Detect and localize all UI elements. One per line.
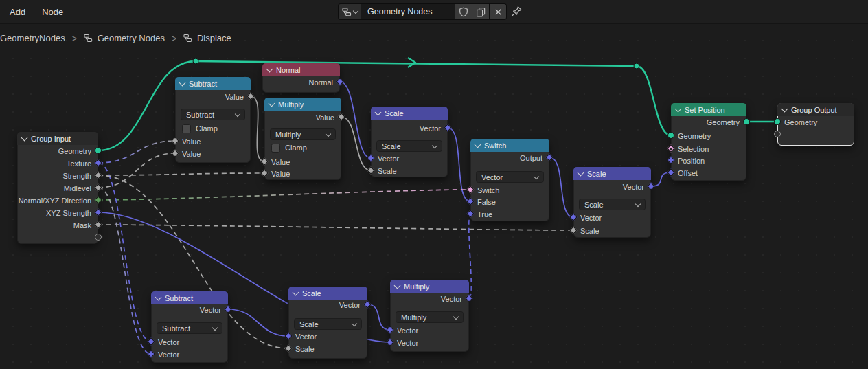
socket-label-row: Geometry <box>18 145 98 157</box>
node-header[interactable]: Scale <box>573 167 651 180</box>
node-title: Scale <box>587 170 606 178</box>
collapse-chevron-icon[interactable] <box>269 100 275 107</box>
node-multiply-math[interactable]: MultiplyValueMultiplyClampValueValue <box>264 98 341 180</box>
collapse-chevron-icon[interactable] <box>578 169 584 176</box>
socket-label: Vector <box>339 301 361 309</box>
dropdown-value: Subtract <box>162 324 190 333</box>
node-normal[interactable]: NormalNormal <box>262 63 340 93</box>
socket-set-position-geometry[interactable] <box>743 118 750 125</box>
node-subtract-vec[interactable]: SubtractVectorSubtractVectorVector <box>151 291 228 363</box>
enum-dropdown-multiply-math[interactable]: Multiply <box>270 128 336 140</box>
socket-group-input-virtual[interactable] <box>95 234 102 241</box>
chevron-down-icon <box>534 173 539 179</box>
enum-dropdown-scale-3[interactable]: Scale <box>294 318 362 330</box>
socket-label: Mask <box>73 221 91 230</box>
enum-dropdown-subtract-math[interactable]: Subtract <box>181 109 245 120</box>
unlink-button[interactable] <box>490 3 507 20</box>
node-title: Multiply <box>404 282 429 291</box>
shield-icon <box>459 7 468 17</box>
node-set-position[interactable]: Set PositionGeometryGeometrySelectionPos… <box>671 103 746 181</box>
reroute-node[interactable] <box>634 63 639 69</box>
node-scale-1[interactable]: ScaleVectorScaleVectorScale <box>371 107 448 177</box>
node-header[interactable]: Multiply <box>264 98 341 111</box>
socket-label: True <box>477 210 492 219</box>
collapse-chevron-icon[interactable] <box>375 109 382 115</box>
node-header[interactable]: Switch <box>470 139 549 152</box>
collapse-chevron-icon[interactable] <box>394 282 401 289</box>
reroute-node[interactable] <box>193 58 198 64</box>
enum-dropdown-multiply-vec[interactable]: Multiply <box>396 311 464 323</box>
socket-label: Strength <box>62 172 91 180</box>
clamp-checkbox[interactable] <box>271 144 280 153</box>
node-link <box>549 157 573 217</box>
node-tree-name-input[interactable] <box>361 3 455 20</box>
socket-label-row: Scale <box>289 343 367 355</box>
socket-label-row: Geometry <box>672 116 746 128</box>
socket-label: False <box>477 198 496 206</box>
collapse-chevron-icon[interactable] <box>179 79 186 86</box>
node-editor: Add Node <box>0 0 868 369</box>
node-header[interactable]: Scale <box>288 287 367 300</box>
socket-label-row: Value <box>265 168 341 180</box>
socket-group-input-geometry[interactable] <box>95 147 102 154</box>
socket-label: Normal/XYZ Direction <box>19 197 91 205</box>
socket-label: Vector <box>158 338 179 346</box>
menu-node[interactable]: Node <box>34 7 71 17</box>
enum-dropdown-scale-2[interactable]: Scale <box>579 199 646 210</box>
socket-label-row: Vector <box>391 337 468 349</box>
node-header[interactable]: Multiply <box>390 280 469 293</box>
node-switch[interactable]: SwitchOutputVectorSwitchFalseTrue <box>470 139 549 221</box>
node-scale-3[interactable]: ScaleVectorScaleVectorScale <box>288 287 367 359</box>
node-group-output[interactable]: Group OutputGeometry <box>777 103 854 146</box>
enum-dropdown-subtract-vec[interactable]: Subtract <box>157 322 222 334</box>
socket-set-position-geometry[interactable] <box>667 132 674 139</box>
socket-label-row: False <box>471 196 549 208</box>
node-multiply-vec[interactable]: MultiplyVectorMultiplyVectorVector <box>390 280 469 352</box>
node-group-input[interactable]: Group InputGeometryTextureStrengthMidlev… <box>17 132 98 244</box>
socket-label: Vector <box>295 333 317 341</box>
node-link <box>98 153 175 188</box>
collapse-chevron-icon[interactable] <box>475 141 481 148</box>
node-link <box>98 190 470 200</box>
pin-button[interactable] <box>511 5 523 17</box>
enum-dropdown-scale-1[interactable]: Scale <box>376 140 442 152</box>
fake-user-button[interactable] <box>455 3 472 20</box>
socket-label: Geometry <box>707 118 740 126</box>
collapse-chevron-icon[interactable] <box>675 105 682 112</box>
dropdown-value: Scale <box>584 201 604 209</box>
clamp-checkbox[interactable] <box>182 124 191 133</box>
node-header[interactable]: Subtract <box>151 291 228 304</box>
socket-label-row: Vector <box>574 181 650 193</box>
node-header[interactable]: Group Output <box>777 103 854 116</box>
node-scale-2[interactable]: ScaleVectorScaleVectorScale <box>573 167 651 238</box>
socket-label: Texture <box>67 159 91 168</box>
socket-label-row: Value <box>265 156 341 168</box>
breadcrumb-label: Displace <box>197 33 231 43</box>
socket-label: Position <box>678 157 705 165</box>
collapse-chevron-icon[interactable] <box>155 293 162 300</box>
node-header[interactable]: Scale <box>371 107 448 120</box>
collapse-chevron-icon[interactable] <box>266 65 273 72</box>
node-header[interactable]: Set Position <box>671 103 746 116</box>
menu-add[interactable]: Add <box>1 7 34 17</box>
node-tree-browse-button[interactable] <box>338 3 361 20</box>
socket-label-row: Mask <box>18 219 98 232</box>
node-subtract-math[interactable]: SubtractValueSubtractClampValueValue <box>175 77 251 163</box>
new-data-button[interactable] <box>472 3 490 20</box>
collapse-chevron-icon[interactable] <box>293 289 299 295</box>
enum-dropdown-switch[interactable]: Vector <box>476 171 544 183</box>
socket-label-row: Vector <box>152 348 227 361</box>
socket-label: Midlevel <box>64 184 91 192</box>
node-header[interactable]: Subtract <box>175 77 251 90</box>
socket-group-output-geometry[interactable] <box>774 118 781 125</box>
node-header[interactable]: Normal <box>262 63 340 76</box>
socket-label: Normal <box>309 78 333 87</box>
collapse-chevron-icon[interactable] <box>21 134 28 141</box>
socket-group-output-virtual[interactable] <box>774 131 781 137</box>
node-title: Set Position <box>685 106 725 114</box>
node-header[interactable]: Group Input <box>17 132 98 145</box>
collapse-chevron-icon[interactable] <box>781 105 788 112</box>
socket-label: Vector <box>623 183 644 191</box>
node-title: Subtract <box>189 80 217 88</box>
checkbox-label: Clamp <box>285 144 307 152</box>
